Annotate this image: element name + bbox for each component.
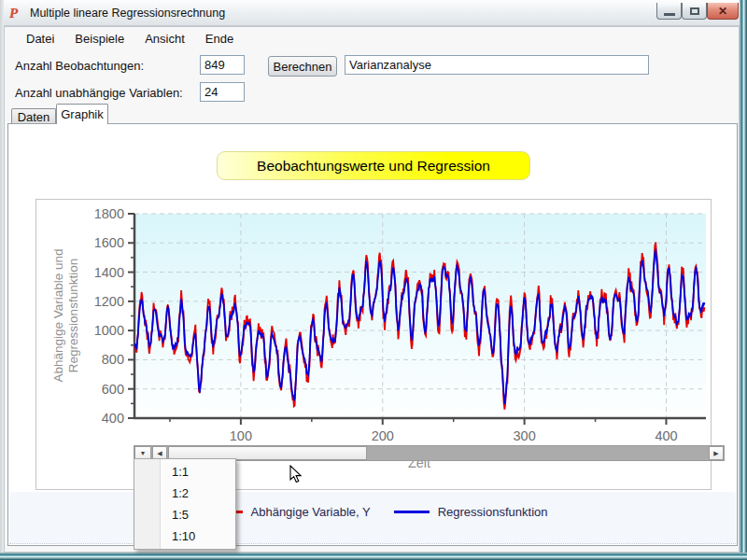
window-frame-bottom bbox=[0, 553, 747, 560]
legend-label-observations: Abhängige Variable, Y bbox=[251, 505, 371, 519]
menu-item-beispiele[interactable]: Beispiele bbox=[64, 29, 134, 49]
svg-text:400: 400 bbox=[102, 411, 124, 426]
window-frame-right bbox=[740, 0, 747, 560]
svg-text:200: 200 bbox=[372, 428, 394, 443]
minimize-icon bbox=[664, 13, 675, 16]
scale-popup-menu: 1:1 1:2 1:5 1:10 bbox=[134, 458, 236, 550]
window-title: Multiple lineare Regressionsrechnung bbox=[30, 7, 225, 20]
analysis-input[interactable] bbox=[345, 55, 649, 75]
svg-text:Regressionsfunktion: Regressionsfunktion bbox=[66, 259, 80, 372]
legend-label-regression: Regressionsfunktion bbox=[438, 505, 548, 519]
svg-text:300: 300 bbox=[514, 428, 536, 443]
chevron-down-icon: ▼ bbox=[140, 450, 147, 456]
scroll-right-button[interactable]: ▶ bbox=[709, 446, 724, 460]
maximize-button[interactable] bbox=[682, 3, 707, 20]
svg-text:1000: 1000 bbox=[94, 323, 124, 338]
arrow-left-icon: ◀ bbox=[157, 450, 162, 456]
svg-text:400: 400 bbox=[655, 428, 677, 443]
close-button[interactable]: ✕ bbox=[707, 3, 739, 20]
tab-graphik[interactable]: Graphik bbox=[56, 104, 108, 124]
menu-item-1-1[interactable]: 1:1 bbox=[134, 461, 235, 483]
menu-item-1-2[interactable]: 1:2 bbox=[134, 483, 235, 504]
menu-item-ende[interactable]: Ende bbox=[195, 29, 244, 49]
maximize-icon bbox=[690, 7, 699, 15]
menu-item-1-10[interactable]: 1:10 bbox=[134, 525, 235, 547]
variables-label: Anzahl unabhängige Variablen: bbox=[15, 86, 183, 100]
svg-text:800: 800 bbox=[102, 352, 124, 367]
tab-daten[interactable]: Daten bbox=[11, 108, 56, 124]
app-window: P Multiple lineare Regressionsrechnung ✕… bbox=[0, 0, 747, 560]
app-logo-icon: P bbox=[9, 6, 24, 21]
arrow-right-icon: ▶ bbox=[713, 450, 718, 456]
svg-text:1800: 1800 bbox=[94, 206, 124, 221]
chart-title-banner: Beobachtungswerte und Regression bbox=[217, 151, 530, 180]
menu-bar: Datei Beispiele Ansicht Ende bbox=[5, 27, 739, 49]
svg-text:600: 600 bbox=[102, 382, 124, 397]
svg-text:100: 100 bbox=[230, 428, 252, 443]
close-icon: ✕ bbox=[718, 6, 727, 17]
minimize-button[interactable] bbox=[656, 3, 682, 20]
svg-text:Abhängige Variable und: Abhängige Variable und bbox=[51, 248, 65, 382]
variables-input[interactable] bbox=[200, 82, 245, 102]
svg-text:1600: 1600 bbox=[94, 235, 124, 250]
observations-label: Anzahl Beobachtungen: bbox=[15, 59, 144, 73]
menu-item-ansicht[interactable]: Ansicht bbox=[134, 29, 195, 49]
mouse-cursor bbox=[289, 465, 303, 487]
menu-item-datei[interactable]: Datei bbox=[16, 29, 64, 49]
legend-swatch-regression bbox=[394, 511, 430, 513]
observations-input[interactable] bbox=[200, 55, 245, 75]
menu-item-1-5[interactable]: 1:5 bbox=[134, 504, 235, 525]
svg-text:1200: 1200 bbox=[94, 294, 124, 309]
svg-text:1400: 1400 bbox=[94, 265, 124, 280]
calculate-button[interactable]: Berechnen bbox=[268, 56, 337, 77]
